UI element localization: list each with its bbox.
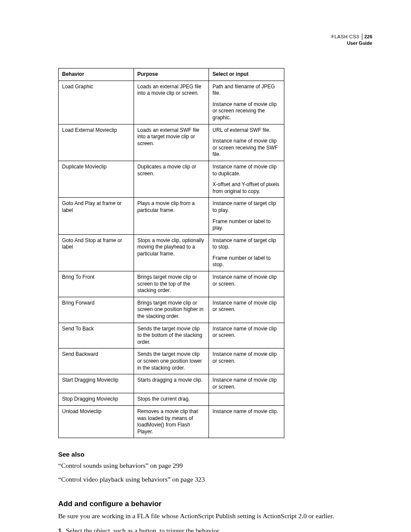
table-row: Duplicate MovieclipDuplicates a movie cl… bbox=[59, 161, 284, 197]
cell-select bbox=[209, 393, 284, 406]
cell-behavior: Send To Back bbox=[59, 323, 134, 348]
col-header-select: Select or input bbox=[209, 68, 284, 81]
table-row: Unload MovieclipRemoves a movie clip tha… bbox=[59, 405, 284, 438]
cell-behavior: Start Dragging Movieclip bbox=[59, 374, 134, 393]
col-header-behavior: Behavior bbox=[59, 68, 134, 81]
cell-select: Instance name of target clip to play.Fra… bbox=[209, 198, 284, 234]
table-row: Goto And Play at frame or labelPlays a m… bbox=[59, 198, 284, 234]
cell-select-para: Path and filename of JPEG file. bbox=[212, 84, 280, 97]
cell-behavior: Load External Movieclip bbox=[59, 124, 134, 161]
cell-select-para: Frame number or label to play. bbox=[212, 218, 280, 232]
cell-behavior: Stop Dragging Movieclip bbox=[59, 393, 134, 406]
cell-purpose: Sends the target movie clip or screen on… bbox=[134, 348, 209, 374]
cell-select-para: X-offset and Y-offset of pixels from ori… bbox=[212, 181, 280, 195]
cell-select-para: Instance name of movie clip or screen. bbox=[212, 274, 280, 287]
cell-select-para: Instance name of target clip to stop. bbox=[212, 237, 280, 251]
cell-select-para: Instance name of movie clip or screen. bbox=[212, 326, 280, 339]
cell-select: Instance name of movie clip to duplicate… bbox=[209, 161, 284, 197]
cell-behavior: Bring Forward bbox=[59, 297, 134, 323]
cell-purpose: Loads an external SWF file into a target… bbox=[134, 124, 209, 161]
step-number: 1 bbox=[58, 526, 66, 532]
cell-select-para: Instance name of movie clip to duplicate… bbox=[212, 164, 280, 177]
table-row: Send BackwardSends the target movie clip… bbox=[59, 348, 284, 374]
cell-select: Instance name of movie clip or screen. bbox=[209, 348, 284, 374]
table-row: Load External MovieclipLoads an external… bbox=[59, 124, 284, 161]
cell-select-para: Instance name of movie clip or screen. bbox=[212, 300, 280, 313]
cell-select-para: Instance name of movie clip. bbox=[212, 408, 280, 415]
cell-select-para: Frame number or label to stop. bbox=[212, 255, 280, 268]
procedure-step: 1Select the object, such as a button, to… bbox=[58, 526, 372, 532]
see-also-heading: See also bbox=[58, 450, 372, 459]
cell-select: Instance name of movie clip or screen. bbox=[209, 374, 284, 393]
step-text: Select the object, such as a button, to … bbox=[66, 527, 221, 532]
cell-purpose: Sends the target movie clip to the botto… bbox=[134, 323, 209, 348]
behaviors-table: Behavior Purpose Select or input Load Gr… bbox=[58, 68, 284, 438]
table-row: Bring To FrontBrings target movie clip o… bbox=[59, 271, 284, 297]
cell-select: Instance name of movie clip or screen. bbox=[209, 271, 284, 297]
cell-select: Instance name of movie clip or screen. bbox=[209, 297, 284, 323]
table-header-row: Behavior Purpose Select or input bbox=[59, 68, 284, 81]
cell-select-para: Instance name of movie clip or screen. bbox=[212, 377, 280, 390]
page: FLASH CS3 226 User Guide Behavior Purpos… bbox=[0, 0, 411, 532]
table-body: Load GraphicLoads an external JPEG file … bbox=[59, 81, 284, 438]
cell-select-para: Instance name of movie clip or screen re… bbox=[212, 138, 280, 158]
cell-select: Instance name of target clip to stop.Fra… bbox=[209, 234, 284, 271]
table-row: Load GraphicLoads an external JPEG file … bbox=[59, 81, 284, 124]
cell-select-para: Instance name of movie clip or screen re… bbox=[212, 101, 280, 121]
cell-behavior: Goto And Play at frame or label bbox=[59, 198, 134, 234]
cell-behavior: Load Graphic bbox=[59, 81, 134, 124]
cell-select: Path and filename of JPEG file.Instance … bbox=[209, 81, 284, 124]
procedure-heading: Add and configure a behavior bbox=[58, 499, 372, 509]
table-row: Start Dragging MovieclipStarts dragging … bbox=[59, 374, 284, 393]
cell-select-para: URL of external SWF file. bbox=[212, 127, 280, 134]
cell-select: URL of external SWF file.Instance name o… bbox=[209, 124, 284, 161]
table-row: Send To BackSends the target movie clip … bbox=[59, 323, 284, 348]
cell-behavior: Send Backward bbox=[59, 348, 134, 374]
cell-behavior: Goto And Stop at frame or label bbox=[59, 234, 134, 271]
cell-behavior: Unload Movieclip bbox=[59, 405, 134, 438]
cell-purpose: Starts dragging a movie clip. bbox=[134, 374, 209, 393]
procedure-steps: 1Select the object, such as a button, to… bbox=[58, 526, 372, 532]
procedure-intro: Be sure you are working in a FLA file wh… bbox=[58, 511, 372, 521]
table-row: Goto And Stop at frame or labelStops a m… bbox=[59, 234, 284, 271]
see-also-link: “Control sounds using behaviors” on page… bbox=[58, 461, 372, 470]
cell-select-para: Instance name of target clip to play. bbox=[212, 200, 280, 214]
cell-behavior: Duplicate Movieclip bbox=[59, 161, 134, 197]
cell-purpose: Brings target movie clip or screen to th… bbox=[134, 271, 209, 297]
table-row: Bring ForwardBrings target movie clip or… bbox=[59, 297, 284, 323]
guide-label: User Guide bbox=[331, 40, 372, 47]
see-also-link: “Control video playback using behaviors”… bbox=[58, 475, 372, 484]
cell-purpose: Removes a movie clip that was loaded by … bbox=[134, 405, 209, 438]
cell-select: Instance name of movie clip or screen. bbox=[209, 323, 284, 348]
page-number: 226 bbox=[362, 34, 372, 40]
cell-purpose: Brings target movie clip or screen one p… bbox=[134, 297, 209, 323]
col-header-purpose: Purpose bbox=[134, 68, 209, 81]
running-header: FLASH CS3 226 User Guide bbox=[331, 34, 372, 47]
cell-select: Instance name of movie clip. bbox=[209, 405, 284, 438]
cell-purpose: Loads an external JPEG file into a movie… bbox=[134, 81, 209, 124]
cell-purpose: Stops a movie clip, optionally moving th… bbox=[134, 234, 209, 271]
product-name: FLASH CS3 bbox=[331, 34, 361, 40]
cell-purpose: Duplicates a movie clip or screen. bbox=[134, 161, 209, 197]
cell-purpose: Plays a movie clip from a particular fra… bbox=[134, 198, 209, 234]
cell-purpose: Stops the current drag. bbox=[134, 393, 209, 406]
cell-behavior: Bring To Front bbox=[59, 271, 134, 297]
cell-select-para: Instance name of movie clip or screen. bbox=[212, 351, 280, 364]
table-row: Stop Dragging MovieclipStops the current… bbox=[59, 393, 284, 406]
